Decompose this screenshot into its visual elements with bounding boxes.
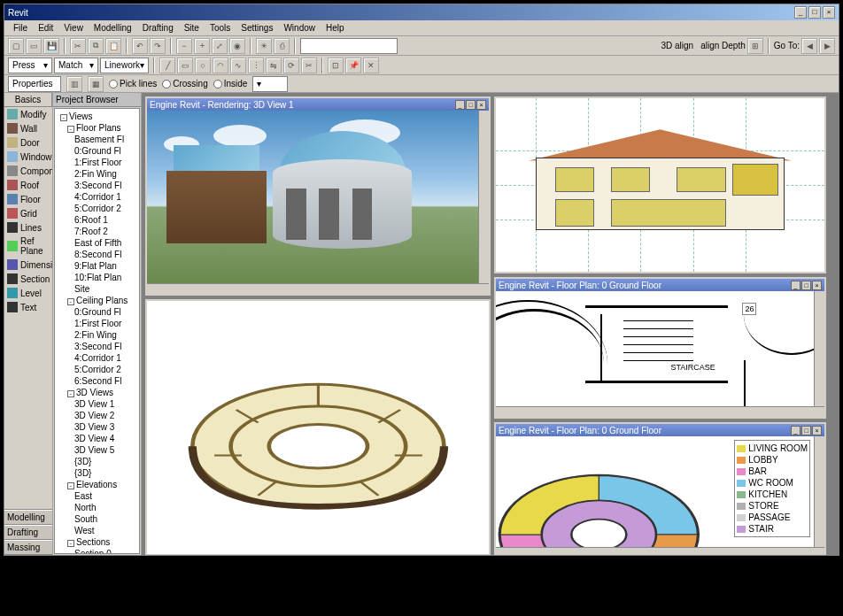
tree-node[interactable]: South [57,513,137,525]
viewport-min-icon[interactable]: _ [455,100,465,110]
tree-node[interactable]: 3D View 1 [57,398,137,410]
tree-node[interactable]: 8:Second Fl [57,249,137,260]
palette-item-component[interactable]: Component [4,164,52,178]
tree-node[interactable]: 4:Corridor 1 [57,352,137,364]
goto-combo[interactable] [300,38,398,54]
tree-node[interactable]: 3D View 2 [57,410,137,421]
tree-node[interactable]: -Sections [57,536,137,548]
tree-node[interactable]: 3D View 5 [57,444,137,456]
arc-tool-icon[interactable]: ◠ [213,58,228,73]
print-icon[interactable]: ⎙ [274,38,290,54]
redo-icon[interactable]: ↷ [150,38,166,54]
group-tool-icon[interactable]: ⊡ [328,58,344,73]
scrollbar-horizontal[interactable] [496,547,824,555]
tree-node[interactable]: 2:Fin Wing [57,168,137,180]
3d-canvas[interactable] [147,301,489,554]
menu-drafting[interactable]: Drafting [137,23,179,33]
tree-node[interactable]: 3:Second Fl [57,180,137,191]
tree-node[interactable]: 7:Roof 2 [57,226,137,237]
save-icon[interactable]: 💾 [43,38,59,54]
filter-icon[interactable]: ▥ [66,76,82,92]
section-canvas[interactable] [496,98,824,272]
scrollbar-vertical[interactable] [478,111,489,283]
tree-node[interactable]: 5:Corridor 2 [57,203,137,214]
view-3d-icon[interactable]: ◉ [229,38,245,54]
palette-tab-basics[interactable]: Basics [4,93,52,106]
zoom-in-icon[interactable]: ＋ [194,38,210,54]
palette-item-grid[interactable]: Grid [4,206,52,220]
paste-icon[interactable]: 📋 [105,38,121,54]
align-icon[interactable]: ⊞ [747,38,763,54]
scrollbar-horizontal[interactable] [147,283,489,294]
tree-node[interactable]: North [57,502,137,513]
viewport-max-icon[interactable]: □ [801,426,811,435]
tree-node[interactable]: Basement Fl [57,134,137,145]
zoom-out-icon[interactable]: − [176,38,192,54]
menu-settings[interactable]: Settings [236,23,278,33]
tree-node[interactable]: 9:Flat Plan [57,260,137,272]
tree-node[interactable]: 6:Roof 1 [57,214,137,226]
project-browser-tree[interactable]: -Views-Floor PlansBasement Fl0:Ground Fl… [54,108,140,554]
palette-item-wall[interactable]: Wall [4,121,52,135]
rect-tool-icon[interactable]: ▭ [177,58,193,73]
palette-item-roof[interactable]: Roof [4,178,52,192]
tree-node[interactable]: West [57,525,137,536]
undo-icon[interactable]: ↶ [132,38,148,54]
open-file-icon[interactable]: ▭ [26,38,42,54]
spline-tool-icon[interactable]: ∿ [230,58,246,73]
palette-item-window[interactable]: Window [4,150,52,164]
palette-item-level[interactable]: Level [4,286,52,300]
maximize-button[interactable]: □ [808,6,821,19]
palette-tab-modelling[interactable]: Modelling [4,510,52,525]
tree-node[interactable]: -3D Views [57,387,137,398]
zoom-fit-icon[interactable]: ⤢ [212,38,228,54]
tree-node[interactable]: 6:Second Fl [57,375,137,387]
pin-tool-icon[interactable]: 📌 [345,58,361,73]
close-button[interactable]: × [823,6,835,19]
tree-node[interactable]: East [57,490,137,502]
radio-crossing[interactable]: Crossing [162,79,207,89]
area-plan-canvas[interactable]: LIVING ROOMLOBBYBARWC ROOMKITCHENSTOREPA… [496,436,814,547]
palette-item-section[interactable]: Section [4,272,52,286]
palette-item-modify[interactable]: Modify [4,107,52,121]
menu-edit[interactable]: Edit [33,23,58,33]
tree-node[interactable]: -Elevations [57,479,137,490]
palette-tab-massing[interactable]: Massing [4,540,52,555]
palette-item-text[interactable]: Text [4,300,52,314]
palette-item-door[interactable]: Door [4,135,52,150]
scrollbar-vertical[interactable] [814,291,824,406]
tree-node[interactable]: -Floor Plans [57,122,137,134]
palette-item-lines[interactable]: Lines [4,220,52,235]
tree-node[interactable]: 1:First Floor [57,318,137,329]
viewport-max-icon[interactable]: □ [466,100,476,110]
tree-node[interactable]: 10:Flat Plan [57,272,137,283]
type-selector[interactable]: Press▾ [8,58,52,73]
tree-node[interactable]: -Ceiling Plans [57,295,137,306]
tree-node[interactable]: 5:Corridor 2 [57,364,137,375]
minimize-button[interactable]: _ [794,6,807,19]
menu-help[interactable]: Help [321,23,350,33]
viewport-close-icon[interactable]: × [476,100,486,110]
properties-button[interactable]: Properties [8,76,61,92]
viewport-close-icon[interactable]: × [812,426,822,435]
scrollbar-vertical[interactable] [814,436,824,547]
viewport-max-icon[interactable]: □ [801,281,811,290]
menu-file[interactable]: File [8,23,33,33]
tree-node[interactable]: -Views [57,111,137,122]
tree-node[interactable]: 2:Fin Wing [57,329,137,341]
palette-item-ref-plane[interactable]: Ref Plane [4,235,52,258]
menu-site[interactable]: Site [179,23,205,33]
trim-tool-icon[interactable]: ✂ [301,58,317,73]
menu-modelling[interactable]: Modelling [89,23,137,33]
floorplan-gf-canvas[interactable]: 26 STAIRCASE [496,291,814,406]
palette-item-dimension[interactable]: Dimension [4,258,52,272]
tree-node[interactable]: Site [57,283,137,295]
mode-selector-2[interactable]: Linework▾ [100,58,149,73]
line-tool-icon[interactable]: ╱ [159,58,175,73]
tree-node[interactable]: 1:First Floor [57,157,137,168]
tree-node[interactable]: East of Fifth [57,237,137,249]
mode-selector-1[interactable]: Match▾ [54,58,98,73]
tree-node[interactable]: 3D View 4 [57,433,137,444]
scrollbar-horizontal[interactable] [496,406,824,417]
render-icon[interactable]: ☀ [256,38,272,54]
